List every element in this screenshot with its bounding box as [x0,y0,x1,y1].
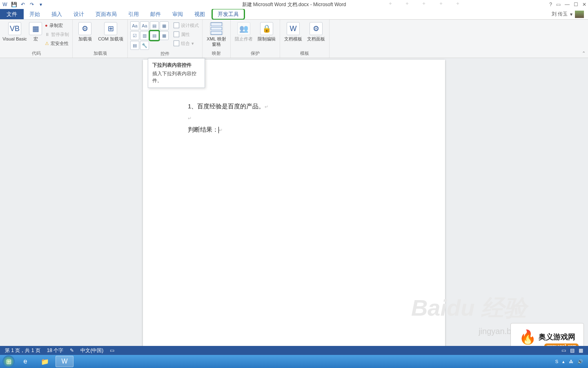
doc-empty-para: ↵ [188,112,404,124]
group-code-label: 代码 [32,49,41,58]
doc-line-1: 1、百度经验是百度的产品。↵ [188,101,404,112]
pause-recording-label: 暂停录制 [51,31,69,38]
window-title: 新建 Microsoft Word 文档.docx - Microsoft Wo… [242,1,346,8]
tray-volume-icon[interactable]: 🔊 [577,359,583,364]
properties-label: 属性 [181,31,190,38]
doc-line-2: 判断结果：↵ [188,124,404,136]
restrict-editing-button[interactable]: 🔒 限制编辑 [256,21,277,42]
taskbar-explorer[interactable]: 📁 [36,356,54,367]
start-button[interactable]: ⊞ [2,355,15,368]
visual-basic-icon: VB [8,22,21,35]
system-tray: S ▴ 🖧 🔊 [555,359,586,364]
tab-mailings[interactable]: 邮件 [145,9,167,19]
addins-button[interactable]: ⚙ 加载项 [75,21,95,42]
decorative-birds: ✦ ✦ ✦ ✦ ✦ [388,1,466,7]
checkbox-control-icon[interactable]: ☑ [130,31,139,40]
word-app-icon[interactable]: W [2,1,8,8]
ribbon: VB Visual Basic ▦ 宏 ●录制宏 ⏸暂停录制 ⚠宏安全性 代码 … [0,20,588,58]
chevron-down-icon: ▾ [192,41,194,46]
read-mode-icon[interactable]: ▭ [561,348,566,353]
group-mapping-label: 映射 [212,49,221,58]
document-template-icon: W [287,22,300,35]
macros-label: 宏 [33,36,38,42]
title-bar: W 💾 ↶ ↷ ▾ ✦ ✦ ✦ ✦ ✦ 新建 Microsoft Word 文档… [0,0,588,9]
tooltip-body: 插入下拉列表内容控件。 [152,70,200,84]
highlight-developer-tab: 开发工具 [212,8,245,20]
user-name: 刘 传玉 [552,11,568,18]
block-authors-icon: 👥 [237,22,250,35]
site-logo-text: 奥义游戏网 [539,332,575,342]
spellcheck-icon[interactable]: ✎ [70,348,74,353]
close-icon[interactable]: ✕ [582,2,586,7]
status-bar: 第 1 页，共 1 页 18 个字 ✎ 中文(中国) ▭ ▭ ▤ ▦ [0,346,588,355]
date-picker-control-icon[interactable]: ▦ [160,31,169,40]
tab-insert[interactable]: 插入 [46,9,68,19]
macros-button[interactable]: ▦ 宏 [29,21,42,42]
tab-design[interactable]: 设计 [68,9,90,19]
properties-button: 属性 [173,30,200,38]
flame-icon: 🔥 [519,329,536,345]
rich-text-control-icon[interactable]: Aa [130,21,139,30]
picture-control-icon[interactable]: ▤ [150,21,159,30]
avatar[interactable] [575,11,584,18]
dropdown-list-control-icon[interactable]: ▤ [150,31,159,40]
ribbon-tabs: 文件 开始 插入 设计 页面布局 引用 邮件 审阅 视图 开发工具 刘 传玉 ▾ [0,9,588,20]
tray-chevron-icon[interactable]: ▴ [562,359,565,364]
group-mapping: XML 映射窗格 映射 [203,20,231,58]
status-page[interactable]: 第 1 页，共 1 页 [5,347,40,354]
quick-access-toolbar: W 💾 ↶ ↷ ▾ [0,1,44,8]
taskbar-word[interactable]: W [56,356,74,367]
xml-mapping-label: XML 映射窗格 [205,36,228,47]
group-controls-button: 组合▾ [173,39,200,47]
undo-icon[interactable]: ↶ [20,1,26,8]
pause-recording-button: ⏸暂停录制 [44,30,70,38]
window-controls: ? ▭ — ☐ ✕ [549,2,586,7]
redo-icon[interactable]: ↷ [29,1,35,8]
tab-review[interactable]: 审阅 [167,9,189,19]
ribbon-display-icon[interactable]: ▭ [556,2,561,7]
repeating-section-control-icon[interactable]: ▤ [130,41,139,50]
macro-security-button[interactable]: ⚠宏安全性 [44,39,70,47]
design-mode-button[interactable]: 设计模式 [173,21,200,29]
building-block-control-icon[interactable]: ▦ [160,21,169,30]
status-language[interactable]: 中文(中国) [80,347,103,354]
group-addins-label: 加载项 [94,49,107,58]
tray-network-icon[interactable]: 🖧 [569,359,573,364]
user-dropdown-icon[interactable]: ▾ [570,11,572,17]
web-layout-icon[interactable]: ▦ [579,348,583,353]
status-word-count[interactable]: 18 个字 [47,347,64,354]
help-icon[interactable]: ? [549,2,552,7]
tab-layout[interactable]: 页面布局 [90,9,122,19]
tab-home[interactable]: 开始 [24,9,46,19]
document-panel-button[interactable]: ⚙ 文档面板 [305,21,327,42]
tab-references[interactable]: 引用 [122,9,145,19]
document-template-label: 文档模板 [284,36,302,42]
minimize-icon[interactable]: — [565,2,570,7]
combo-box-control-icon[interactable]: ▥ [140,31,149,40]
document-area[interactable]: 1、百度经验是百度的产品。↵ ↵ 判断结果：↵ Baidu 经验 jingyan… [0,58,588,352]
tab-file[interactable]: 文件 [0,9,24,19]
addins-icon: ⚙ [78,22,91,35]
group-addins: ⚙ 加载项 ⊞ COM 加载项 加载项 [73,20,128,58]
legacy-tools-icon[interactable]: 🔧 [140,41,149,50]
maximize-icon[interactable]: ☐ [574,2,578,7]
record-macro-button[interactable]: ●录制宏 [44,21,70,29]
qat-customize-icon[interactable]: ▾ [38,1,44,8]
collapse-ribbon-icon[interactable]: ⌃ [582,51,586,56]
print-layout-icon[interactable]: ▤ [570,348,575,353]
plain-text-control-icon[interactable]: Aa [140,21,149,30]
visual-basic-button[interactable]: VB Visual Basic [2,21,27,42]
save-icon[interactable]: 💾 [11,1,17,8]
view-buttons: ▭ ▤ ▦ [561,348,583,353]
tab-view[interactable]: 视图 [189,9,211,19]
tab-developer[interactable]: 开发工具 [215,11,241,18]
tray-ime-icon[interactable]: S [555,359,558,364]
insert-mode-icon[interactable]: ▭ [110,348,114,353]
user-account[interactable]: 刘 传玉 ▾ [552,9,588,19]
taskbar-ie[interactable]: e [16,356,34,367]
document-template-button[interactable]: W 文档模板 [283,21,304,42]
page[interactable]: 1、百度经验是百度的产品。↵ ↵ 判断结果：↵ [143,60,445,352]
com-addins-button[interactable]: ⊞ COM 加载项 [96,21,125,42]
xml-mapping-button[interactable]: XML 映射窗格 [205,21,228,47]
group-code: VB Visual Basic ▦ 宏 ●录制宏 ⏸暂停录制 ⚠宏安全性 代码 [0,20,73,58]
